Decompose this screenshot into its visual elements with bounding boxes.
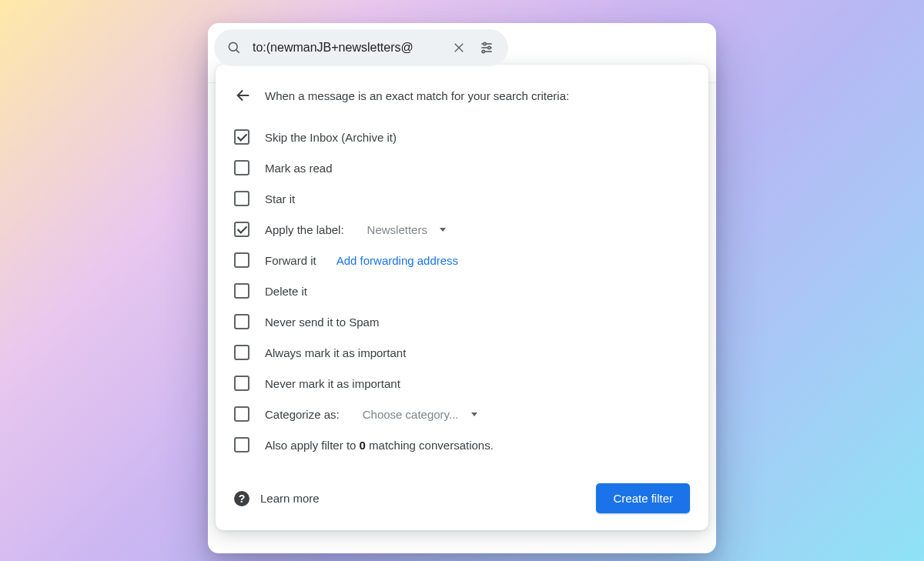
checkbox-never-spam[interactable] bbox=[234, 314, 249, 329]
option-apply-label: Apply the label: Newsletters bbox=[234, 214, 690, 245]
checkbox-never-important[interactable] bbox=[234, 376, 249, 391]
checkbox-always-important[interactable] bbox=[234, 345, 249, 360]
clear-search-icon[interactable] bbox=[445, 34, 473, 62]
option-label: Delete it bbox=[265, 285, 307, 298]
checkbox-skip-inbox[interactable] bbox=[234, 129, 249, 145]
option-label: Skip the Inbox (Archive it) bbox=[265, 131, 397, 144]
option-label: Also apply filter to 0 matching conversa… bbox=[265, 439, 494, 452]
option-delete: Delete it bbox=[234, 275, 690, 306]
option-label: Mark as read bbox=[265, 162, 333, 175]
option-label: Never send it to Spam bbox=[265, 316, 379, 329]
svg-line-1 bbox=[236, 50, 239, 53]
label-dropdown-value: Newsletters bbox=[367, 223, 427, 236]
category-dropdown[interactable]: Choose category... bbox=[358, 405, 482, 424]
checkbox-categorize[interactable] bbox=[234, 406, 249, 422]
chevron-down-icon bbox=[471, 412, 477, 416]
option-always-important: Always mark it as important bbox=[234, 337, 690, 368]
svg-point-5 bbox=[484, 42, 486, 45]
option-label-prefix: Apply the label: bbox=[265, 223, 344, 236]
checkbox-star[interactable] bbox=[234, 191, 249, 206]
create-filter-button[interactable]: Create filter bbox=[596, 483, 690, 513]
option-label: Always mark it as important bbox=[265, 346, 406, 359]
panel-heading: When a message is an exact match for you… bbox=[265, 89, 569, 102]
option-label-prefix: Categorize as: bbox=[265, 408, 340, 421]
also-apply-suffix: matching conversations. bbox=[366, 439, 494, 452]
option-never-important: Never mark it as important bbox=[234, 368, 690, 399]
svg-point-7 bbox=[488, 46, 490, 48]
learn-more-label: Learn more bbox=[260, 492, 320, 505]
also-apply-prefix: Also apply filter to bbox=[265, 439, 360, 452]
help-icon: ? bbox=[234, 491, 249, 506]
svg-point-9 bbox=[482, 50, 484, 52]
option-label: Forward it bbox=[265, 254, 316, 267]
option-label: Star it bbox=[265, 192, 295, 205]
checkbox-also-apply[interactable] bbox=[234, 437, 249, 452]
option-star: Star it bbox=[234, 183, 690, 214]
filter-actions-panel: When a message is an exact match for you… bbox=[216, 65, 708, 530]
search-input[interactable] bbox=[243, 41, 445, 55]
panel-footer: ? Learn more Create filter bbox=[234, 483, 690, 513]
app-window: When a message is an exact match for you… bbox=[208, 23, 716, 553]
matching-count: 0 bbox=[360, 439, 366, 452]
option-never-spam: Never send it to Spam bbox=[234, 306, 690, 337]
search-icon bbox=[225, 38, 243, 57]
learn-more-group[interactable]: ? Learn more bbox=[234, 491, 320, 506]
checkbox-apply-label[interactable] bbox=[234, 222, 249, 237]
checkbox-mark-read[interactable] bbox=[234, 160, 249, 175]
option-categorize: Categorize as: Choose category... bbox=[234, 399, 690, 429]
option-also-apply: Also apply filter to 0 matching conversa… bbox=[234, 429, 690, 460]
option-mark-read: Mark as read bbox=[234, 152, 690, 183]
checkbox-delete[interactable] bbox=[234, 283, 249, 299]
checkbox-forward[interactable] bbox=[234, 252, 249, 268]
search-options-icon[interactable] bbox=[473, 34, 500, 62]
option-forward: Forward it Add forwarding address bbox=[234, 245, 690, 275]
chevron-down-icon bbox=[440, 228, 446, 232]
search-bar bbox=[214, 29, 508, 66]
option-label: Never mark it as important bbox=[265, 377, 400, 390]
add-forwarding-link[interactable]: Add forwarding address bbox=[336, 254, 458, 267]
category-dropdown-value: Choose category... bbox=[363, 408, 459, 421]
panel-header: When a message is an exact match for you… bbox=[234, 86, 690, 105]
label-dropdown[interactable]: Newsletters bbox=[363, 220, 450, 239]
back-arrow-icon[interactable] bbox=[234, 86, 253, 105]
svg-point-0 bbox=[229, 42, 237, 51]
option-skip-inbox: Skip the Inbox (Archive it) bbox=[234, 122, 690, 152]
